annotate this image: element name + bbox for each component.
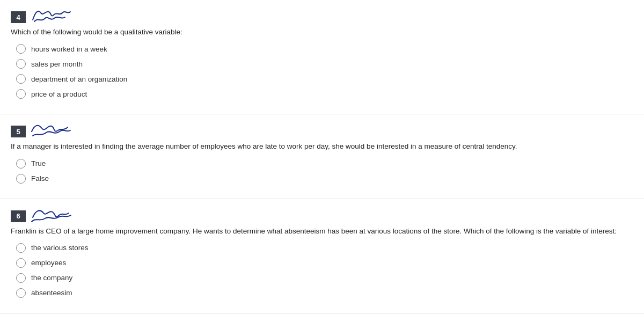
question-6: 6 Franklin is CEO of a large home improv… [0,199,644,313]
option-label: the various stores [31,244,89,252]
question-text-5: If a manager is interested in finding th… [11,141,633,152]
option-label: employees [31,259,66,267]
options-list-6: the various stores employees the company… [11,243,633,298]
option-item[interactable]: the company [16,273,633,283]
radio-various-stores[interactable] [16,243,26,253]
question-5: 5 If a manager is interested in finding … [0,114,644,199]
question-text-4: Which of the following would be a qualit… [11,27,633,38]
signature-6 [30,209,68,224]
option-item[interactable]: department of an organization [16,74,633,84]
radio-true[interactable] [16,159,26,169]
option-item[interactable]: True [16,159,633,169]
radio-department[interactable] [16,74,26,84]
option-item[interactable]: False [16,174,633,184]
question-number-6: 6 [11,210,26,222]
options-list-4: hours worked in a week sales per month d… [11,44,633,99]
radio-absenteesim[interactable] [16,288,26,298]
radio-company[interactable] [16,273,26,283]
question-number-4: 4 [11,11,26,23]
signature-4 [30,10,68,25]
option-label: True [31,159,46,167]
option-item[interactable]: price of a product [16,89,633,99]
option-item[interactable]: hours worked in a week [16,44,633,54]
option-item[interactable]: sales per month [16,59,633,69]
question-text-6: Franklin is CEO of a large home improvem… [11,226,633,237]
radio-price[interactable] [16,89,26,99]
radio-sales-per-month[interactable] [16,59,26,69]
option-label: sales per month [31,60,83,68]
option-item[interactable]: the various stores [16,243,633,253]
option-item[interactable]: employees [16,258,633,268]
option-label: department of an organization [31,75,127,83]
radio-hours-worked[interactable] [16,44,26,54]
option-label: False [31,174,49,182]
option-item[interactable]: absenteesim [16,288,633,298]
options-list-5: True False [11,159,633,184]
option-label: the company [31,274,72,282]
signature-5 [30,124,68,139]
option-label: absenteesim [31,289,72,297]
radio-false[interactable] [16,174,26,184]
question-number-5: 5 [11,126,26,137]
option-label: hours worked in a week [31,45,107,53]
question-4: 4 Which of the following would be a qual… [0,0,644,114]
option-label: price of a product [31,90,87,98]
radio-employees[interactable] [16,258,26,268]
